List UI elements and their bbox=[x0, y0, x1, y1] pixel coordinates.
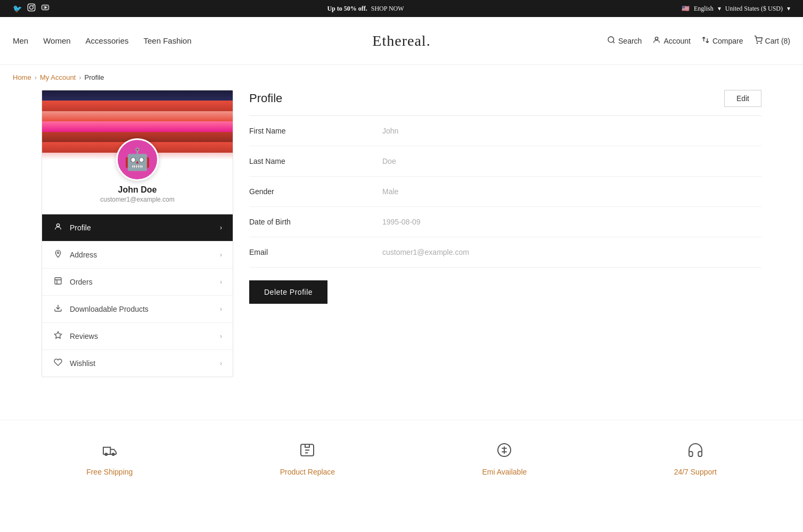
sidebar-nav: Profile › Address › Orders bbox=[42, 214, 233, 377]
profile-header: Profile Edit bbox=[249, 90, 761, 107]
svg-point-9 bbox=[760, 43, 761, 43]
social-icons: 🐦 bbox=[13, 3, 50, 14]
svg-point-11 bbox=[57, 252, 59, 253]
field-gender: Gender Male bbox=[249, 177, 761, 207]
compare-label: Compare bbox=[712, 37, 743, 45]
nav-teen-fashion[interactable]: Teen Fashion bbox=[143, 36, 191, 45]
youtube-icon[interactable] bbox=[41, 3, 50, 14]
reviews-icon bbox=[53, 331, 63, 342]
cart-button[interactable]: Cart (8) bbox=[754, 36, 790, 46]
last-name-label: Last Name bbox=[249, 157, 382, 165]
dob-value: 1995-08-09 bbox=[382, 218, 421, 226]
support-label: 24/7 Support bbox=[674, 468, 717, 476]
account-icon bbox=[652, 36, 661, 46]
compare-icon bbox=[701, 36, 710, 46]
breadcrumb: Home › My Account › Profile bbox=[0, 65, 803, 90]
sidebar-item-reviews[interactable]: Reviews › bbox=[42, 322, 233, 350]
feature-emi: Emi Available bbox=[482, 442, 527, 476]
feature-free-shipping: Free Shipping bbox=[86, 442, 133, 476]
product-replace-label: Product Replace bbox=[280, 468, 335, 476]
nav-women[interactable]: Women bbox=[43, 36, 70, 45]
svg-point-8 bbox=[757, 43, 757, 43]
downloadable-arrow: › bbox=[220, 305, 222, 313]
sidebar-item-address[interactable]: Address › bbox=[42, 241, 233, 268]
emi-label: Emi Available bbox=[482, 468, 527, 476]
orders-icon bbox=[53, 277, 63, 287]
search-icon bbox=[607, 36, 616, 46]
svg-point-7 bbox=[655, 37, 658, 39]
product-replace-icon bbox=[299, 442, 316, 462]
sidebar-downloadable-label: Downloadable Products bbox=[70, 305, 149, 313]
footer-features: Free Shipping Product Replace Emi Availa… bbox=[0, 420, 803, 497]
nav-men[interactable]: Men bbox=[13, 36, 28, 45]
field-last-name: Last Name Doe bbox=[249, 146, 761, 177]
flag-icon: 🇺🇸 bbox=[682, 5, 690, 13]
region-select[interactable]: United States ($ USD) bbox=[725, 5, 783, 13]
field-first-name: First Name John bbox=[249, 116, 761, 146]
breadcrumb-sep2: › bbox=[79, 73, 81, 81]
sidebar-orders-label: Orders bbox=[70, 278, 93, 286]
profile-title: Profile bbox=[249, 92, 282, 105]
language-select[interactable]: English bbox=[694, 5, 714, 13]
search-button[interactable]: Search bbox=[607, 36, 642, 46]
nav-accessories[interactable]: Accessories bbox=[86, 36, 129, 45]
nav-right-actions: Search Account Compare Cart (8) bbox=[531, 36, 790, 46]
profile-content: Profile Edit First Name John Last Name D… bbox=[233, 90, 761, 377]
sidebar-item-wishlist[interactable]: Wishlist › bbox=[42, 350, 233, 377]
feature-support: 24/7 Support bbox=[674, 442, 717, 476]
breadcrumb-my-account[interactable]: My Account bbox=[40, 73, 76, 81]
content-area: 🤖 John Doe customer1@example.com Profile… bbox=[29, 90, 774, 398]
svg-point-5 bbox=[608, 37, 614, 43]
sidebar-address-label: Address bbox=[70, 251, 97, 259]
address-arrow: › bbox=[220, 251, 222, 259]
orders-arrow: › bbox=[220, 278, 222, 286]
svg-rect-0 bbox=[28, 4, 35, 11]
profile-icon bbox=[53, 222, 63, 233]
svg-point-1 bbox=[30, 6, 34, 10]
nav-links: Men Women Accessories Teen Fashion bbox=[13, 36, 272, 45]
sidebar-item-orders[interactable]: Orders › bbox=[42, 268, 233, 295]
promo-link[interactable]: SHOP NOW bbox=[371, 5, 404, 12]
account-button[interactable]: Account bbox=[652, 36, 691, 46]
gender-label: Gender bbox=[249, 187, 382, 196]
svg-rect-12 bbox=[55, 278, 61, 284]
reviews-arrow: › bbox=[220, 332, 222, 340]
svg-point-2 bbox=[33, 5, 34, 6]
support-icon bbox=[687, 442, 704, 462]
sidebar-reviews-label: Reviews bbox=[70, 332, 98, 340]
sidebar-item-downloadable[interactable]: Downloadable Products › bbox=[42, 295, 233, 322]
sidebar-user-email: customer1@example.com bbox=[51, 196, 224, 203]
sidebar-item-profile[interactable]: Profile › bbox=[42, 214, 233, 241]
sidebar-user-info: John Doe customer1@example.com bbox=[42, 181, 233, 214]
main-nav: Men Women Accessories Teen Fashion Ether… bbox=[0, 17, 803, 65]
email-label: Email bbox=[249, 248, 382, 256]
address-icon bbox=[53, 250, 63, 260]
instagram-icon[interactable] bbox=[27, 3, 36, 14]
last-name-value: Doe bbox=[382, 157, 396, 165]
download-icon bbox=[53, 304, 63, 314]
breadcrumb-sep1: › bbox=[35, 73, 37, 81]
breadcrumb-home[interactable]: Home bbox=[13, 73, 31, 81]
top-bar-right: 🇺🇸 English ▾ United States ($ USD) ▾ bbox=[682, 5, 790, 13]
free-shipping-label: Free Shipping bbox=[86, 468, 133, 476]
svg-point-10 bbox=[56, 224, 59, 227]
sidebar-profile-label: Profile bbox=[70, 223, 91, 232]
site-logo[interactable]: Ethereal. bbox=[272, 32, 531, 49]
wishlist-arrow: › bbox=[220, 360, 222, 367]
top-bar: 🐦 Up to 50% off. SHOP NOW 🇺🇸 English ▾ U… bbox=[0, 0, 803, 17]
gender-value: Male bbox=[382, 187, 398, 196]
wishlist-icon bbox=[53, 358, 63, 369]
avatar-wrap: 🤖 bbox=[42, 138, 233, 181]
sidebar-user-name: John Doe bbox=[51, 185, 224, 195]
sidebar-wishlist-label: Wishlist bbox=[70, 359, 95, 368]
edit-button[interactable]: Edit bbox=[724, 90, 761, 107]
facebook-icon[interactable]: 🐦 bbox=[13, 4, 22, 13]
compare-button[interactable]: Compare bbox=[701, 36, 743, 46]
delete-profile-button[interactable]: Delete Profile bbox=[249, 280, 327, 304]
emi-icon bbox=[496, 442, 513, 462]
dob-label: Date of Birth bbox=[249, 218, 382, 226]
cart-icon bbox=[754, 36, 763, 46]
field-email: Email customer1@example.com bbox=[249, 237, 761, 268]
feature-product-replace: Product Replace bbox=[280, 442, 335, 476]
svg-line-6 bbox=[613, 41, 614, 43]
